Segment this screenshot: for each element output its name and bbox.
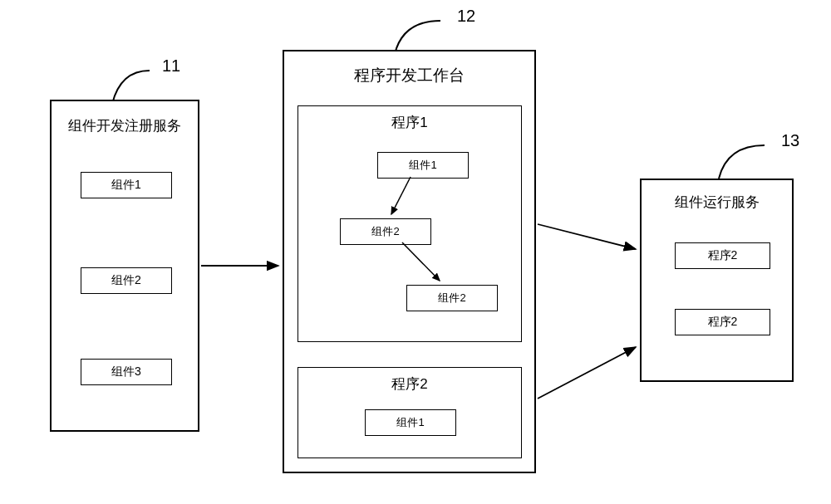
registration-service-title: 组件开发注册服务 [52,101,198,144]
svg-line-1 [402,242,440,281]
program1-box: 程序1 组件1 组件2 组件2 [297,105,522,342]
program2-title: 程序2 [298,368,521,402]
p2-node1: 组件1 [365,409,456,436]
p1-node3: 组件2 [406,285,498,311]
component-1-box: 组件1 [81,172,172,198]
p1-node1: 组件1 [377,152,469,179]
label-11: 11 [162,56,180,76]
registration-service-box: 组件开发注册服务 组件1 组件2 组件3 [50,100,199,432]
program2-box: 程序2 组件1 [297,367,522,458]
runtime-service-title: 组件运行服务 [642,180,792,220]
svg-line-3 [538,224,636,249]
component-2-box: 组件2 [81,267,172,294]
runtime-item-2: 程序2 [675,309,770,335]
runtime-service-box: 组件运行服务 程序2 程序2 [640,179,794,382]
label-12: 12 [457,7,475,26]
leader-13 [715,141,773,183]
component-3-box: 组件3 [81,359,172,385]
dev-workbench-box: 程序开发工作台 程序1 组件1 组件2 组件2 程序2 组件1 [283,50,536,473]
svg-line-0 [391,177,411,214]
label-13: 13 [781,131,799,150]
diagram-container: 11 12 13 组件开发注册服务 组件1 组件2 组件3 程序开发工作台 程序… [0,0,831,504]
p1-node2: 组件2 [340,218,431,245]
dev-workbench-title: 程序开发工作台 [284,51,534,95]
program1-title: 程序1 [298,106,521,140]
runtime-item-1: 程序2 [675,242,770,269]
svg-line-4 [538,347,636,399]
